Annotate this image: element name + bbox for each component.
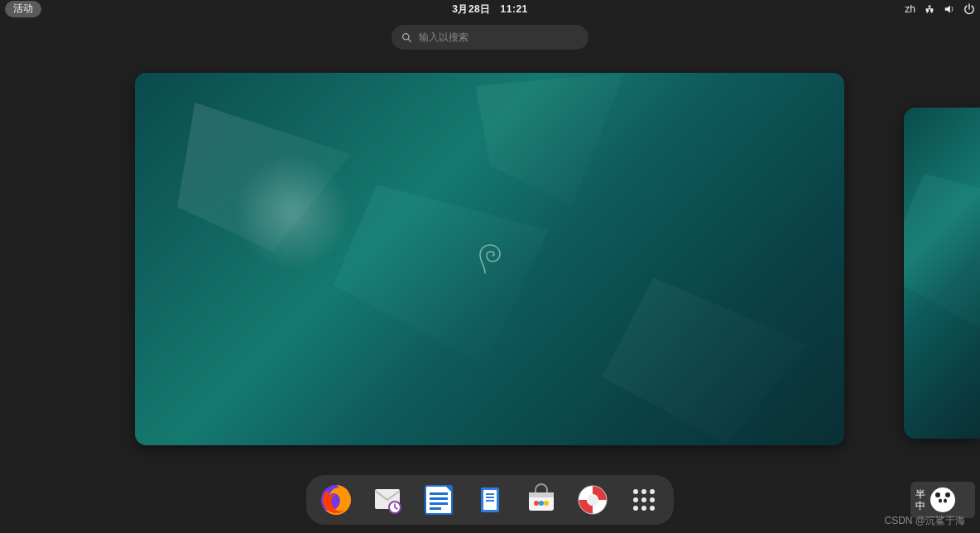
svg-point-19 bbox=[539, 501, 544, 506]
network-icon[interactable] bbox=[924, 3, 935, 15]
svg-point-26 bbox=[935, 492, 940, 497]
svg-point-27 bbox=[945, 492, 950, 497]
debian-swirl-icon bbox=[476, 242, 504, 276]
dock bbox=[306, 475, 674, 525]
document-writer-icon bbox=[421, 483, 456, 517]
files-icon bbox=[473, 483, 507, 517]
svg-point-18 bbox=[534, 501, 539, 506]
search-icon bbox=[401, 32, 412, 43]
dock-app-mail[interactable] bbox=[369, 482, 406, 518]
app-grid-icon bbox=[633, 489, 655, 511]
desktop-wallpaper bbox=[904, 108, 980, 439]
svg-rect-8 bbox=[430, 497, 448, 500]
activities-button[interactable]: 活动 bbox=[5, 1, 41, 17]
dock-app-files[interactable] bbox=[472, 482, 508, 518]
mail-icon bbox=[370, 483, 405, 517]
show-applications-button[interactable] bbox=[626, 482, 662, 518]
workspaces-overview bbox=[0, 73, 980, 452]
firefox-icon bbox=[319, 483, 353, 517]
svg-point-28 bbox=[939, 498, 942, 502]
ime-badge-text: 半 中 bbox=[915, 488, 925, 511]
volume-icon[interactable] bbox=[944, 3, 955, 15]
clock[interactable]: 3月28日 11:21 bbox=[449, 2, 531, 17]
clock-time: 11:21 bbox=[501, 3, 528, 15]
svg-rect-14 bbox=[486, 497, 494, 498]
svg-point-20 bbox=[544, 501, 549, 506]
watermark-text: CSDN @沉鲨于海 bbox=[884, 514, 965, 528]
search-input[interactable] bbox=[419, 31, 579, 43]
system-tray: zh bbox=[905, 3, 975, 15]
activities-label: 活动 bbox=[13, 2, 33, 14]
svg-point-29 bbox=[944, 498, 947, 502]
panda-icon bbox=[930, 487, 955, 512]
search-bar[interactable] bbox=[392, 25, 588, 50]
clock-date: 3月28日 bbox=[452, 3, 491, 15]
svg-point-24 bbox=[587, 494, 598, 506]
svg-rect-7 bbox=[430, 492, 448, 495]
top-panel: 活动 3月28日 11:21 zh bbox=[0, 0, 980, 18]
svg-rect-9 bbox=[430, 502, 448, 505]
svg-rect-15 bbox=[486, 500, 494, 502]
svg-line-1 bbox=[408, 39, 411, 41]
dock-app-software[interactable] bbox=[523, 482, 560, 518]
dock-app-firefox[interactable] bbox=[318, 482, 354, 518]
power-icon[interactable] bbox=[963, 3, 975, 15]
desktop-wallpaper bbox=[135, 73, 844, 445]
software-store-icon bbox=[524, 483, 559, 517]
svg-rect-10 bbox=[430, 507, 441, 510]
workspace-1[interactable] bbox=[135, 73, 844, 445]
svg-rect-13 bbox=[486, 493, 494, 495]
dock-app-libreoffice-writer[interactable] bbox=[420, 482, 457, 518]
svg-rect-17 bbox=[529, 492, 554, 497]
input-method-indicator[interactable]: zh bbox=[905, 3, 915, 15]
workspace-2[interactable] bbox=[904, 108, 980, 439]
dock-app-help[interactable] bbox=[574, 482, 611, 518]
ime-panda-badge[interactable]: 半 中 bbox=[910, 482, 975, 518]
help-lifebuoy-icon bbox=[575, 483, 610, 517]
